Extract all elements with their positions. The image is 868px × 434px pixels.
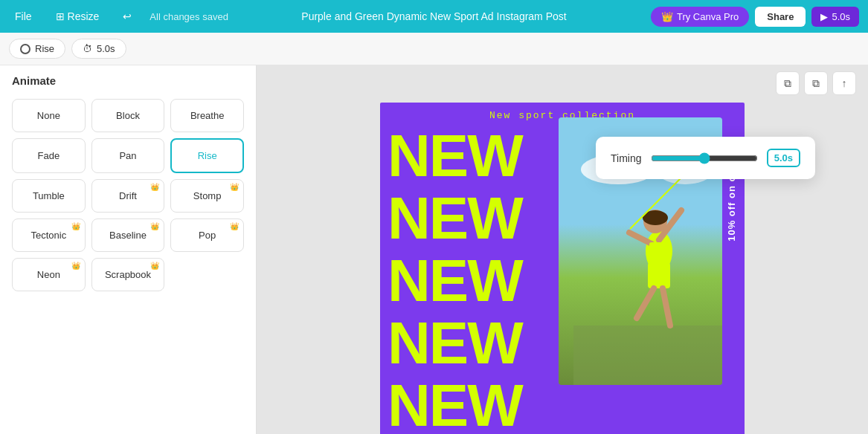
frame-icon: ⧉ <box>784 77 791 90</box>
canvas-area: Timing 5.0s ⧉ ⧉ ↑ New sport collection N… <box>257 65 868 434</box>
timing-slider-wrap <box>651 152 758 164</box>
animation-button-stomp[interactable]: Stomp👑 <box>170 179 244 213</box>
clock-icon: ⏱ <box>83 43 92 54</box>
animation-button-neon[interactable]: Neon👑 <box>12 258 86 291</box>
canvas-toolbar: ⧉ ⧉ ↑ <box>776 71 856 95</box>
play-button[interactable]: ▶ 5.0s <box>811 7 859 27</box>
sidebar: Animate NoneBlockBreatheFadePanRiseTumbl… <box>0 65 257 434</box>
svg-rect-12 <box>649 242 667 256</box>
timing-label: 5.0s <box>97 43 115 54</box>
crown-icon: 👑 <box>150 222 159 230</box>
poster-new-stack: NEW NEW NEW NEW NEW NEW NEW <box>380 125 522 434</box>
svg-rect-3 <box>573 326 722 385</box>
try-pro-button[interactable]: 👑 Try Canva Pro <box>651 7 749 27</box>
timing-popup-label: Timing <box>611 152 642 164</box>
resize-button[interactable]: ⊞ Resize <box>50 7 106 25</box>
crown-icon: 👑 <box>150 183 159 191</box>
saved-status: All changes saved <box>150 11 228 22</box>
animation-button-block[interactable]: Block <box>91 99 165 132</box>
main-layout: Animate NoneBlockBreatheFadePanRiseTumbl… <box>0 65 868 434</box>
crown-icon: 👑 <box>150 262 159 270</box>
frame-button[interactable]: ⧉ <box>776 71 800 95</box>
animation-button-drift[interactable]: Drift👑 <box>91 179 165 213</box>
undo-button[interactable]: ↩ <box>117 7 138 25</box>
export-button[interactable]: ↑ <box>832 71 856 95</box>
play-icon: ▶ <box>820 11 828 22</box>
animation-button-baseline[interactable]: Baseline👑 <box>91 218 165 252</box>
crown-icon: 👑 <box>71 222 80 230</box>
animate-panel-header: Animate <box>0 65 256 93</box>
animation-button-none[interactable]: None <box>12 99 86 132</box>
animation-grid: NoneBlockBreatheFadePanRiseTumbleDrift👑S… <box>0 93 256 303</box>
timing-pill[interactable]: ⏱ 5.0s <box>71 39 126 59</box>
animation-button-pan[interactable]: Pan <box>91 138 165 173</box>
share-button[interactable]: Share <box>755 7 806 27</box>
svg-line-8 <box>629 233 652 244</box>
athlete-figure <box>573 147 722 385</box>
animation-button-scrapbook[interactable]: Scrapbook👑 <box>91 258 165 291</box>
topbar: File ⊞ Resize ↩ All changes saved Purple… <box>0 0 868 33</box>
document-title: Purple and Green Dynamic New Sport Ad In… <box>301 10 566 22</box>
svg-rect-9 <box>648 262 670 288</box>
crown-icon: 👑 <box>230 183 239 191</box>
crown-icon: 👑 <box>230 222 239 230</box>
timing-value-box[interactable]: 5.0s <box>767 149 800 167</box>
animation-button-pop[interactable]: Pop👑 <box>170 218 244 252</box>
file-button[interactable]: File <box>9 7 38 25</box>
resize-icon: ⊞ <box>56 10 65 22</box>
duplicate-icon: ⧉ <box>812 77 820 90</box>
timing-popup: Timing 5.0s <box>596 137 815 179</box>
animate-bar: Rise ⏱ 5.0s <box>0 33 868 65</box>
rise-label: Rise <box>35 43 54 54</box>
undo-icon: ↩ <box>123 10 132 22</box>
animation-button-fade[interactable]: Fade <box>12 138 86 173</box>
crown-icon: 👑 <box>71 262 80 270</box>
svg-line-10 <box>663 288 670 326</box>
rise-pill[interactable]: Rise <box>9 39 65 59</box>
animation-button-rise[interactable]: Rise <box>170 138 244 173</box>
duplicate-button[interactable]: ⧉ <box>804 71 828 95</box>
animation-button-tectonic[interactable]: Tectonic👑 <box>12 218 86 252</box>
crown-icon: 👑 <box>661 11 673 22</box>
topbar-right: 👑 Try Canva Pro Share ▶ 5.0s <box>651 7 859 27</box>
export-icon: ↑ <box>842 77 847 89</box>
svg-line-11 <box>637 288 654 318</box>
animation-button-tumble[interactable]: Tumble <box>12 179 86 213</box>
timing-slider[interactable] <box>651 152 758 164</box>
animation-button-breathe[interactable]: Breathe <box>170 99 244 132</box>
circle-icon <box>20 44 30 54</box>
